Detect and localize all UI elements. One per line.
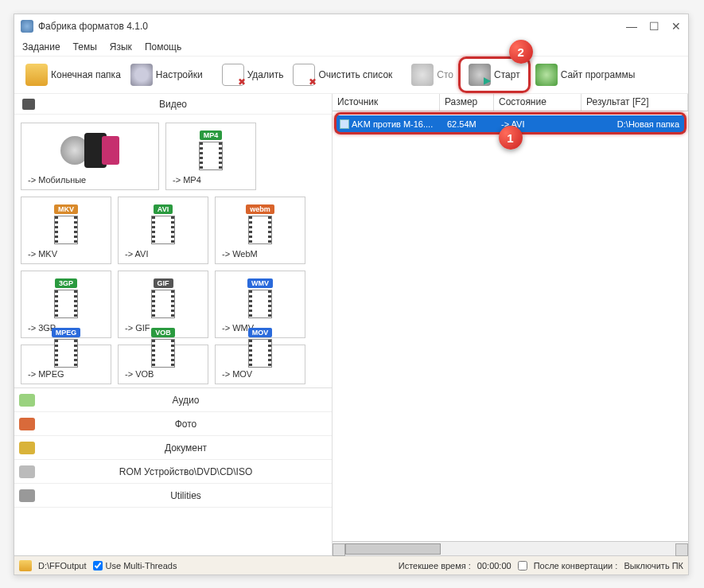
category-label: Utilities xyxy=(40,490,332,501)
category-icon xyxy=(19,418,35,430)
delete-button[interactable]: Удалить xyxy=(217,60,289,89)
category-row[interactable]: Фото xyxy=(14,412,332,436)
output-folder-icon[interactable] xyxy=(19,560,32,571)
format-tile[interactable]: MKV-> MKV xyxy=(21,197,111,264)
minimize-button[interactable]: — xyxy=(626,20,637,33)
video-file-icon xyxy=(340,119,349,129)
globe-icon xyxy=(535,64,558,86)
stop-icon xyxy=(411,64,434,86)
category-header-video[interactable]: Видео xyxy=(14,94,332,115)
tile-label: -> VOB xyxy=(122,368,157,380)
tile-label: -> WebM xyxy=(219,247,261,260)
tile-label: -> MOV xyxy=(219,368,255,380)
after-label: После конвертации : xyxy=(534,561,618,570)
callout-badge-2: 2 xyxy=(509,40,533,64)
format-tile[interactable]: AVI-> AVI xyxy=(118,197,208,264)
col-result[interactable]: Результат [F2] xyxy=(581,94,688,111)
output-folder-button[interactable]: Конечная папка xyxy=(21,60,126,89)
tile-label: -> GIF xyxy=(122,321,153,334)
format-tile[interactable]: MOV-> MOV xyxy=(215,345,305,384)
right-panel: Источник Размер Состояние Результат [F2]… xyxy=(333,94,688,555)
left-panel: Видео -> МобильныеMP4-> MP4MKV-> MKVAVI-… xyxy=(14,94,333,555)
category-row[interactable]: Utilities xyxy=(14,484,332,508)
category-icon xyxy=(19,394,35,407)
category-label: ROM Устройство\DVD\CD\ISO xyxy=(40,466,332,477)
elapsed-label: Истекшее время : xyxy=(399,561,471,570)
category-row[interactable]: Документ xyxy=(14,436,332,460)
tile-label: -> AVI xyxy=(122,247,151,260)
format-grid: -> МобильныеMP4-> MP4MKV-> MKVAVI-> AVIw… xyxy=(14,115,332,387)
status-bar: D:\FFOutput Use Multi-Threads Истекшее в… xyxy=(14,555,688,574)
after-convert-checkbox[interactable] xyxy=(518,561,527,570)
menu-help[interactable]: Помощь xyxy=(145,41,181,53)
col-state[interactable]: Состояние xyxy=(494,94,581,111)
tile-label: -> Мобильные xyxy=(25,173,89,186)
start-button[interactable]: Старт xyxy=(464,60,525,89)
category-row[interactable]: ROM Устройство\DVD\CD\ISO xyxy=(14,460,332,484)
category-icon xyxy=(19,442,35,454)
gear-icon xyxy=(130,64,153,86)
output-path[interactable]: D:\FFOutput xyxy=(38,561,87,570)
maximize-button[interactable]: ☐ xyxy=(648,20,659,33)
website-button[interactable]: Сайт программы xyxy=(531,60,640,89)
menu-themes[interactable]: Темы xyxy=(73,41,97,53)
category-icon xyxy=(19,489,35,502)
tile-label: -> MP4 xyxy=(169,173,204,186)
delete-icon xyxy=(222,64,244,86)
multithreads-checkbox[interactable]: Use Multi-Threads xyxy=(93,561,177,570)
horizontal-scrollbar[interactable] xyxy=(333,541,688,555)
category-icon xyxy=(19,465,35,478)
app-icon xyxy=(21,20,33,33)
stop-button[interactable]: Сто xyxy=(406,60,458,89)
title-bar: Фабрика форматов 4.1.0 — ☐ ✕ xyxy=(14,14,688,38)
menu-task[interactable]: Задание xyxy=(22,41,60,53)
folder-icon xyxy=(25,64,48,86)
format-tile[interactable]: MP4-> MP4 xyxy=(165,123,256,190)
tile-label: -> MPEG xyxy=(25,368,68,380)
format-tile[interactable]: -> Мобильные xyxy=(21,123,159,190)
close-button[interactable]: ✕ xyxy=(671,20,682,33)
clear-icon xyxy=(293,64,315,86)
settings-button[interactable]: Настройки xyxy=(126,60,208,89)
tile-label: -> MKV xyxy=(25,247,60,260)
category-row[interactable]: Аудио xyxy=(14,388,332,412)
category-list: АудиоФотоДокументROM Устройство\DVD\CD\I… xyxy=(14,387,332,508)
app-window: Фабрика форматов 4.1.0 — ☐ ✕ Задание Тем… xyxy=(14,14,689,575)
callout-badge-1: 1 xyxy=(499,126,523,150)
window-title: Фабрика форматов 4.1.0 xyxy=(38,21,148,32)
category-label: Фото xyxy=(40,419,332,430)
menu-bar: Задание Темы Язык Помощь xyxy=(14,38,688,56)
menu-language[interactable]: Язык xyxy=(110,41,132,53)
category-label: Документ xyxy=(40,442,332,454)
format-tile[interactable]: webm-> WebM xyxy=(215,197,305,264)
start-icon xyxy=(469,64,491,86)
col-source[interactable]: Источник xyxy=(333,94,440,111)
col-size[interactable]: Размер xyxy=(440,94,494,111)
after-value: Выключить ПК xyxy=(624,561,683,570)
category-label: Аудио xyxy=(40,395,332,406)
clear-list-button[interactable]: Очистить список xyxy=(288,60,397,89)
format-tile[interactable]: VOB-> VOB xyxy=(118,345,208,384)
elapsed-value: 00:00:00 xyxy=(477,561,511,570)
video-camera-icon xyxy=(22,99,35,110)
format-tile[interactable]: MPEG-> MPEG xyxy=(21,345,111,384)
toolbar: Конечная папка Настройки Удалить Очистит… xyxy=(14,56,688,94)
task-columns: Источник Размер Состояние Результат [F2] xyxy=(333,94,688,111)
